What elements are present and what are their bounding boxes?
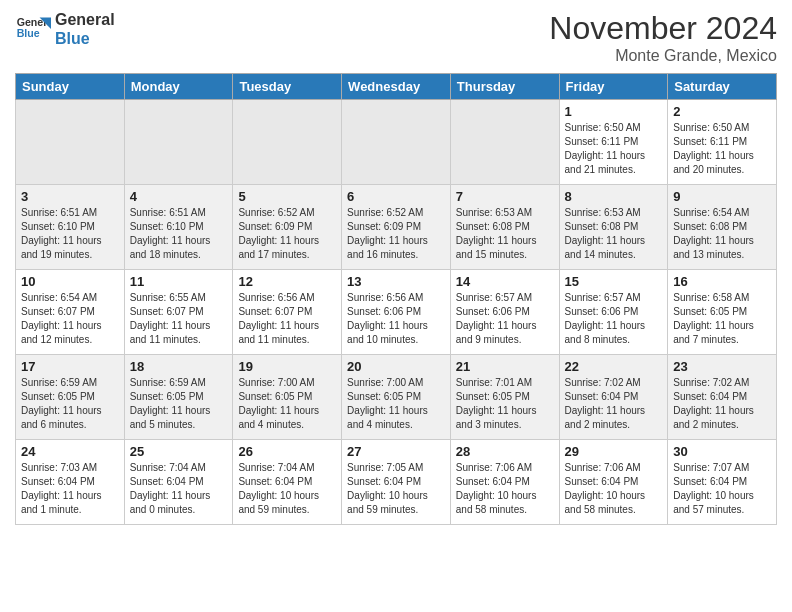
calendar-day-cell: 4Sunrise: 6:51 AMSunset: 6:10 PMDaylight… (124, 185, 233, 270)
calendar-day-cell: 28Sunrise: 7:06 AMSunset: 6:04 PMDayligh… (450, 440, 559, 525)
calendar-day-cell: 27Sunrise: 7:05 AMSunset: 6:04 PMDayligh… (342, 440, 451, 525)
day-number: 26 (238, 444, 336, 459)
day-number: 10 (21, 274, 119, 289)
calendar-day-cell: 12Sunrise: 6:56 AMSunset: 6:07 PMDayligh… (233, 270, 342, 355)
day-number: 28 (456, 444, 554, 459)
day-number: 20 (347, 359, 445, 374)
col-monday: Monday (124, 74, 233, 100)
calendar-day-cell: 30Sunrise: 7:07 AMSunset: 6:04 PMDayligh… (668, 440, 777, 525)
calendar-day-cell (124, 100, 233, 185)
calendar-day-cell: 11Sunrise: 6:55 AMSunset: 6:07 PMDayligh… (124, 270, 233, 355)
calendar-week-row: 3Sunrise: 6:51 AMSunset: 6:10 PMDaylight… (16, 185, 777, 270)
day-info: Sunrise: 6:51 AMSunset: 6:10 PMDaylight:… (130, 206, 228, 262)
calendar-day-cell: 5Sunrise: 6:52 AMSunset: 6:09 PMDaylight… (233, 185, 342, 270)
col-friday: Friday (559, 74, 668, 100)
day-info: Sunrise: 6:52 AMSunset: 6:09 PMDaylight:… (238, 206, 336, 262)
day-info: Sunrise: 7:04 AMSunset: 6:04 PMDaylight:… (130, 461, 228, 517)
calendar-day-cell: 10Sunrise: 6:54 AMSunset: 6:07 PMDayligh… (16, 270, 125, 355)
calendar-day-cell: 25Sunrise: 7:04 AMSunset: 6:04 PMDayligh… (124, 440, 233, 525)
calendar-day-cell: 2Sunrise: 6:50 AMSunset: 6:11 PMDaylight… (668, 100, 777, 185)
day-number: 7 (456, 189, 554, 204)
day-info: Sunrise: 6:54 AMSunset: 6:07 PMDaylight:… (21, 291, 119, 347)
calendar-day-cell: 15Sunrise: 6:57 AMSunset: 6:06 PMDayligh… (559, 270, 668, 355)
day-info: Sunrise: 6:53 AMSunset: 6:08 PMDaylight:… (565, 206, 663, 262)
page: General Blue General Blue November 2024 … (0, 0, 792, 540)
day-number: 17 (21, 359, 119, 374)
col-wednesday: Wednesday (342, 74, 451, 100)
day-info: Sunrise: 6:57 AMSunset: 6:06 PMDaylight:… (565, 291, 663, 347)
day-info: Sunrise: 6:57 AMSunset: 6:06 PMDaylight:… (456, 291, 554, 347)
day-info: Sunrise: 6:59 AMSunset: 6:05 PMDaylight:… (21, 376, 119, 432)
day-info: Sunrise: 7:02 AMSunset: 6:04 PMDaylight:… (673, 376, 771, 432)
logo-text-blue: Blue (55, 29, 115, 48)
day-number: 2 (673, 104, 771, 119)
day-info: Sunrise: 7:04 AMSunset: 6:04 PMDaylight:… (238, 461, 336, 517)
day-number: 23 (673, 359, 771, 374)
day-number: 16 (673, 274, 771, 289)
day-info: Sunrise: 7:03 AMSunset: 6:04 PMDaylight:… (21, 461, 119, 517)
calendar-day-cell: 14Sunrise: 6:57 AMSunset: 6:06 PMDayligh… (450, 270, 559, 355)
col-saturday: Saturday (668, 74, 777, 100)
calendar-week-row: 1Sunrise: 6:50 AMSunset: 6:11 PMDaylight… (16, 100, 777, 185)
logo-icon: General Blue (15, 11, 51, 47)
day-info: Sunrise: 7:00 AMSunset: 6:05 PMDaylight:… (238, 376, 336, 432)
day-info: Sunrise: 6:56 AMSunset: 6:07 PMDaylight:… (238, 291, 336, 347)
day-info: Sunrise: 6:50 AMSunset: 6:11 PMDaylight:… (673, 121, 771, 177)
calendar-day-cell: 19Sunrise: 7:00 AMSunset: 6:05 PMDayligh… (233, 355, 342, 440)
logo: General Blue General Blue (15, 10, 115, 48)
calendar-day-cell: 13Sunrise: 6:56 AMSunset: 6:06 PMDayligh… (342, 270, 451, 355)
calendar-table: Sunday Monday Tuesday Wednesday Thursday… (15, 73, 777, 525)
day-info: Sunrise: 6:59 AMSunset: 6:05 PMDaylight:… (130, 376, 228, 432)
day-number: 27 (347, 444, 445, 459)
day-info: Sunrise: 6:51 AMSunset: 6:10 PMDaylight:… (21, 206, 119, 262)
day-number: 5 (238, 189, 336, 204)
header: General Blue General Blue November 2024 … (15, 10, 777, 65)
calendar-day-cell: 20Sunrise: 7:00 AMSunset: 6:05 PMDayligh… (342, 355, 451, 440)
calendar-day-cell: 7Sunrise: 6:53 AMSunset: 6:08 PMDaylight… (450, 185, 559, 270)
calendar-day-cell (450, 100, 559, 185)
calendar-day-cell: 18Sunrise: 6:59 AMSunset: 6:05 PMDayligh… (124, 355, 233, 440)
day-number: 12 (238, 274, 336, 289)
calendar-day-cell: 9Sunrise: 6:54 AMSunset: 6:08 PMDaylight… (668, 185, 777, 270)
calendar-day-cell: 17Sunrise: 6:59 AMSunset: 6:05 PMDayligh… (16, 355, 125, 440)
day-info: Sunrise: 7:00 AMSunset: 6:05 PMDaylight:… (347, 376, 445, 432)
logo-text-general: General (55, 10, 115, 29)
day-number: 1 (565, 104, 663, 119)
day-number: 25 (130, 444, 228, 459)
page-subtitle: Monte Grande, Mexico (549, 47, 777, 65)
calendar-day-cell: 22Sunrise: 7:02 AMSunset: 6:04 PMDayligh… (559, 355, 668, 440)
day-info: Sunrise: 6:53 AMSunset: 6:08 PMDaylight:… (456, 206, 554, 262)
calendar-day-cell (233, 100, 342, 185)
day-number: 29 (565, 444, 663, 459)
calendar-day-cell: 8Sunrise: 6:53 AMSunset: 6:08 PMDaylight… (559, 185, 668, 270)
day-number: 11 (130, 274, 228, 289)
calendar-header-row: Sunday Monday Tuesday Wednesday Thursday… (16, 74, 777, 100)
calendar-day-cell: 26Sunrise: 7:04 AMSunset: 6:04 PMDayligh… (233, 440, 342, 525)
day-number: 30 (673, 444, 771, 459)
calendar-day-cell: 21Sunrise: 7:01 AMSunset: 6:05 PMDayligh… (450, 355, 559, 440)
day-info: Sunrise: 6:55 AMSunset: 6:07 PMDaylight:… (130, 291, 228, 347)
calendar-day-cell: 1Sunrise: 6:50 AMSunset: 6:11 PMDaylight… (559, 100, 668, 185)
day-number: 15 (565, 274, 663, 289)
day-number: 22 (565, 359, 663, 374)
calendar-day-cell: 6Sunrise: 6:52 AMSunset: 6:09 PMDaylight… (342, 185, 451, 270)
calendar-day-cell (16, 100, 125, 185)
page-title: November 2024 (549, 10, 777, 47)
day-number: 19 (238, 359, 336, 374)
day-info: Sunrise: 7:06 AMSunset: 6:04 PMDaylight:… (565, 461, 663, 517)
day-info: Sunrise: 6:54 AMSunset: 6:08 PMDaylight:… (673, 206, 771, 262)
svg-text:Blue: Blue (17, 27, 40, 39)
title-area: November 2024 Monte Grande, Mexico (549, 10, 777, 65)
calendar-day-cell: 16Sunrise: 6:58 AMSunset: 6:05 PMDayligh… (668, 270, 777, 355)
day-number: 9 (673, 189, 771, 204)
day-number: 3 (21, 189, 119, 204)
day-info: Sunrise: 7:05 AMSunset: 6:04 PMDaylight:… (347, 461, 445, 517)
day-number: 8 (565, 189, 663, 204)
calendar-day-cell (342, 100, 451, 185)
calendar-day-cell: 3Sunrise: 6:51 AMSunset: 6:10 PMDaylight… (16, 185, 125, 270)
calendar-week-row: 24Sunrise: 7:03 AMSunset: 6:04 PMDayligh… (16, 440, 777, 525)
day-number: 13 (347, 274, 445, 289)
day-info: Sunrise: 7:07 AMSunset: 6:04 PMDaylight:… (673, 461, 771, 517)
day-number: 24 (21, 444, 119, 459)
calendar-day-cell: 23Sunrise: 7:02 AMSunset: 6:04 PMDayligh… (668, 355, 777, 440)
